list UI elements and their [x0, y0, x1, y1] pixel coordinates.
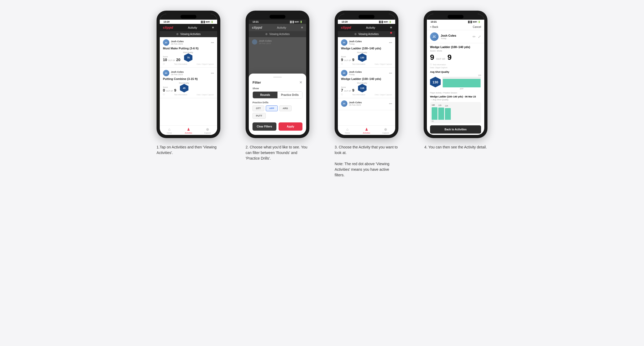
detail-title: Wedge Ladder (100–140 yds)	[430, 45, 481, 49]
activity-card-1-1[interactable]: JC Josh Coles 28 Feb 2023 ••• Must Make …	[160, 37, 217, 68]
nav-capture-3[interactable]: ⊕ Capture	[376, 127, 395, 134]
activities-icon-3: ♟	[365, 127, 368, 131]
user-info-1-1: JC Josh Coles 28 Feb 2023	[163, 39, 184, 46]
detail-content: Wedge Ladder (100–140 yds) Score Shots 9…	[427, 43, 484, 135]
dots-menu-3-1[interactable]: •••	[389, 41, 392, 44]
wifi-icon-4: WiFi	[473, 21, 477, 23]
apply-button[interactable]: Apply	[279, 122, 302, 131]
rounds-toggle[interactable]: Rounds	[253, 92, 277, 98]
hamburger-icon-3[interactable]: ≡	[390, 25, 392, 29]
score-col-header: Score	[430, 50, 436, 52]
outof-text-1-1: OUT OF	[168, 59, 175, 61]
stats-row-1-1: Score 10 OUT OF 20 Shot Quality	[163, 52, 214, 62]
nav-home-1[interactable]: ⌂ Home	[160, 127, 179, 134]
score-value-3-1: 9	[341, 58, 343, 62]
phone-2-notch	[249, 14, 306, 20]
edit-icon[interactable]: ✏	[473, 35, 476, 39]
info-icon-3-2: ⓘ	[341, 93, 343, 96]
sq-value-3-2: 118	[360, 87, 364, 89]
stats-row-3-1: Score 9 OUT OF 9 Shot Quality 1	[341, 52, 392, 62]
info-icon-1-2: ⓘ	[163, 93, 165, 96]
score-value-1-1: 10	[163, 58, 167, 62]
viewing-banner-text-1: Viewing Activities	[180, 33, 201, 36]
phone-2-status-bar: 13:21 ▐▐▐ WiFi 🔋	[249, 20, 306, 24]
card-header-3-1: JC Josh Coles Today •••	[341, 39, 392, 46]
activity-title-3-1: Wedge Ladder (100–140 yds)	[341, 47, 392, 50]
detail-score-section: Wedge Ladder (100–140 yds) Score Shots 9…	[430, 45, 481, 69]
user-details-3-2: Josh Coles Today	[349, 71, 362, 76]
activity-card-3-3[interactable]: JC Josh Coles 28 Feb 2023 •••	[338, 98, 395, 110]
outof-text-3-1: OUT OF	[344, 59, 351, 61]
signal-icon-2: ▐▐▐	[289, 21, 294, 23]
back-to-activities-button[interactable]: Back to Activities	[430, 125, 481, 134]
app-logo-3: clippd	[341, 25, 351, 29]
stat-score-1-1: Score 10 OUT OF 20	[163, 56, 180, 62]
phone-1-screen: 13:20 ▐▐▐ WiFi 🔋 clippd Activity ≡ ⚙	[160, 14, 217, 135]
sq-badge-3-1: 130	[358, 53, 367, 62]
status-icons-4: ▐▐▐ WiFi 🔋	[467, 21, 481, 23]
nav-activities-1[interactable]: ♟ Activities	[179, 127, 198, 134]
sq-large-badge: 130	[430, 77, 441, 87]
drill-putt[interactable]: PUTT	[252, 113, 266, 119]
test-info-1-2: Test Information	[174, 94, 187, 96]
filter-modal: Filter ✕ Show Rounds Practice Drills Pra…	[249, 74, 306, 135]
nav-capture-label-3: Capture	[382, 132, 389, 134]
sq-value-1-2: 45	[183, 87, 186, 89]
activity-card-1-2[interactable]: JC Josh Coles 28 Feb 2023 ••• Putting Co…	[160, 68, 217, 98]
nav-home-3[interactable]: ⌂ Home	[338, 127, 357, 134]
drill-app[interactable]: APP	[266, 105, 278, 111]
stat-sq-1-2: Shot Quality 45	[179, 82, 189, 92]
bottom-nav-3: ⌂ Home ♟ Activities ⊕ Capture	[338, 125, 395, 135]
back-button[interactable]: < Back	[430, 25, 438, 28]
home-icon-1: ⌂	[168, 127, 170, 131]
dots-menu-3-3[interactable]: •••	[389, 102, 392, 105]
phone-4: 13:21 ▐▐▐ WiFi 🔋 < Back Cancel JC	[424, 11, 487, 138]
data-source-1-2: Data: Clippd Capture	[197, 94, 214, 96]
clear-filters-button[interactable]: Clear Filters	[252, 122, 276, 131]
stats-row-1-2: Score 0 OUT OF 9 Shot Quality 4	[163, 82, 214, 92]
battery-icon: 🔋	[211, 21, 213, 23]
activity-card-3-1[interactable]: JC Josh Coles Today ••• Wedge Ladder (10…	[338, 37, 395, 68]
expand-icon[interactable]: ⤢	[478, 35, 481, 39]
phone-3-content: JC Josh Coles Today ••• Wedge Ladder (10…	[338, 37, 395, 125]
stats-row-3-2: Score 7 OUT OF 9 Shot Quality 1	[341, 82, 392, 92]
status-icons-3: ▐▐▐ WiFi 🔋	[378, 21, 392, 23]
card-footer-3-2: ⓘ Test Information Data: Clippd Capture	[341, 93, 392, 96]
nav-capture-1[interactable]: ⊕ Capture	[198, 127, 217, 134]
hamburger-icon-1[interactable]: ≡	[212, 25, 214, 29]
sq-chart-label: Avg Shot Quality	[430, 71, 481, 73]
show-toggle-group: Rounds Practice Drills	[252, 91, 302, 99]
home-icon-3: ⌂	[346, 127, 348, 131]
capture-icon-1: ⊕	[206, 127, 209, 131]
close-button[interactable]: ✕	[299, 80, 302, 84]
user-date-3-2: Today	[349, 73, 362, 76]
sq-large-value: 130	[432, 80, 438, 84]
cancel-button[interactable]: Cancel	[473, 25, 481, 28]
user-date-1-1: 28 Feb 2023	[171, 43, 184, 45]
user-info-3-1: JC Josh Coles Today	[341, 39, 362, 46]
signal-icon-4: ▐▐▐	[467, 21, 472, 23]
drill-ott[interactable]: OTT	[252, 105, 264, 111]
card-header-3-2: JC Josh Coles Today •••	[341, 70, 392, 76]
dots-menu-1-1[interactable]: •••	[211, 41, 214, 44]
score-label-1-2: Score	[163, 86, 176, 88]
dots-menu-1-2[interactable]: •••	[211, 71, 214, 75]
avatar-3-3: JC	[341, 100, 347, 107]
nav-activities-label-1: Activities	[185, 132, 192, 134]
chart-bars-container: 132 129 124	[432, 106, 479, 120]
viewing-banner-text-3: Viewing Activities	[358, 33, 379, 36]
bottom-nav-1: ⌂ Home ♟ Activities ⊕ Capture	[160, 125, 217, 135]
chart-bar-detail-3: 124	[445, 108, 451, 120]
practice-drills-toggle[interactable]: Practice Drills	[277, 92, 302, 98]
activity-card-3-2[interactable]: JC Josh Coles Today ••• Wedge Ladder (10…	[338, 68, 395, 98]
chart-bar-1	[443, 79, 481, 87]
show-label: Show	[252, 87, 302, 90]
test-info-3-1: Test Information	[352, 63, 365, 65]
dots-menu-3-2[interactable]: •••	[389, 71, 392, 75]
viewing-banner-1[interactable]: ⚙ Viewing Activities	[160, 31, 217, 37]
modal-header: Filter ✕	[252, 80, 302, 84]
nav-activities-3[interactable]: ♟ Activities	[357, 127, 376, 134]
user-info-3-2: JC Josh Coles Today	[341, 70, 362, 76]
drill-arg[interactable]: ARG	[279, 105, 292, 111]
viewing-banner-3[interactable]: ⚙ Viewing Activities	[338, 31, 395, 37]
